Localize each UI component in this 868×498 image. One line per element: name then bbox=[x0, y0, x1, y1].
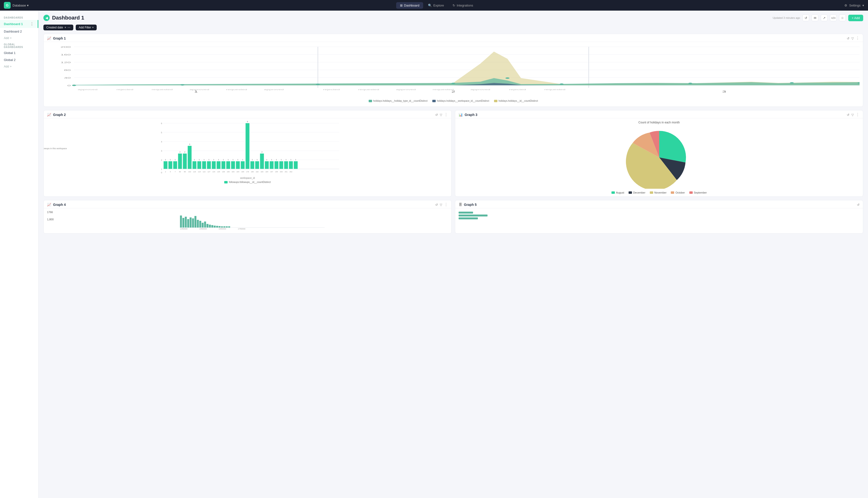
header-actions: Updated 3 minutes ago ↺ ✉ ↗ </> ☆ + Add bbox=[773, 14, 863, 21]
svg-text:rejected: rejected bbox=[116, 89, 133, 91]
svg-text:5: 5 bbox=[161, 131, 162, 134]
graph4-refresh-btn[interactable]: ↺ bbox=[435, 203, 438, 207]
legend-swatch-2 bbox=[432, 100, 436, 102]
sidebar-section-global: GLOBAL DASHBOARDS bbox=[0, 41, 38, 49]
svg-text:3: 3 bbox=[189, 143, 190, 145]
sidebar-add-global[interactable]: Add + bbox=[0, 63, 38, 70]
sidebar-add-dashboard[interactable]: Add + bbox=[0, 35, 38, 41]
svg-text:1: 1 bbox=[194, 90, 198, 93]
legend-swatch-1 bbox=[369, 100, 372, 102]
svg-rect-150 bbox=[204, 222, 206, 227]
svg-text:184: 184 bbox=[265, 171, 268, 173]
share-button[interactable]: ↗ bbox=[821, 14, 828, 21]
add-filter-button[interactable]: Add Filter + bbox=[76, 25, 96, 30]
chip-more-icon[interactable]: ⋯ bbox=[67, 26, 70, 29]
graph2-x-label: workspace_id bbox=[47, 177, 448, 179]
svg-rect-95 bbox=[260, 154, 264, 169]
svg-rect-101 bbox=[275, 161, 278, 169]
graph-grid-4-5: 📈 Graph 4 ↺ ▽ ⋮ 1766 1,800 bbox=[43, 200, 863, 234]
graph5-refresh-btn[interactable]: ↺ bbox=[857, 203, 859, 207]
svg-text:163: 163 bbox=[232, 171, 235, 173]
sidebar-item-global2[interactable]: Global 2 bbox=[0, 56, 38, 63]
svg-rect-71 bbox=[202, 161, 206, 169]
svg-text:200: 200 bbox=[280, 171, 283, 173]
star-button[interactable]: ☆ bbox=[839, 14, 846, 21]
sidebar-item-dashboard1[interactable]: Dashboard 1 ⋮ bbox=[0, 20, 38, 28]
graph4-more-btn[interactable]: ⋮ bbox=[444, 203, 448, 207]
svg-text:1: 1 bbox=[170, 159, 171, 161]
svg-text:197: 197 bbox=[270, 171, 273, 173]
svg-text:5: 5 bbox=[170, 171, 171, 173]
graph3-title: 📊 Graph 3 bbox=[458, 113, 477, 117]
page-title: Dashboard 1 bbox=[52, 15, 84, 21]
svg-text:127: 127 bbox=[208, 171, 210, 173]
graph3-filter-btn[interactable]: ▽ bbox=[851, 113, 854, 117]
svg-text:1: 1 bbox=[237, 159, 238, 161]
svg-text:2: 2 bbox=[161, 159, 162, 161]
pie-swatch-october bbox=[671, 192, 674, 194]
svg-text:requested: requested bbox=[358, 89, 379, 91]
svg-rect-77 bbox=[217, 161, 221, 169]
sidebar-item-dashboard2[interactable]: Dashboard 2 bbox=[0, 28, 38, 35]
svg-rect-59 bbox=[173, 161, 177, 169]
svg-point-21 bbox=[505, 77, 509, 79]
created-date-filter[interactable]: Created date + ⋯ bbox=[43, 25, 73, 30]
graph1-header: 📈 Graph 1 ↺ ▽ ⋮ bbox=[44, 34, 863, 42]
refresh-button[interactable]: ↺ bbox=[802, 14, 809, 21]
page-header: ◀ Dashboard 1 Updated 3 minutes ago ↺ ✉ … bbox=[43, 14, 863, 21]
svg-text:138: 138 bbox=[222, 171, 225, 173]
email-button[interactable]: ✉ bbox=[812, 14, 818, 21]
svg-text:0: 0 bbox=[67, 84, 70, 87]
svg-text:164: 164 bbox=[236, 171, 239, 173]
graph3-actions: ↺ ▽ ⋮ bbox=[847, 113, 859, 117]
graph1-more-btn[interactable]: ⋮ bbox=[856, 36, 859, 40]
svg-rect-63 bbox=[183, 154, 187, 169]
nav-tab-explore[interactable]: 🔍 Explore bbox=[424, 2, 448, 9]
graph2-filter-btn[interactable]: ▽ bbox=[440, 113, 442, 117]
svg-text:1: 1 bbox=[161, 168, 162, 170]
svg-text:approved: approved bbox=[264, 89, 284, 91]
dashboard-icon: ⊞ bbox=[400, 4, 403, 7]
svg-rect-83 bbox=[231, 161, 235, 169]
pie-legend-october: October bbox=[671, 191, 685, 194]
graph3-chart-icon: 📊 bbox=[458, 113, 463, 117]
graph2-refresh-btn[interactable]: ↺ bbox=[435, 113, 438, 117]
code-button[interactable]: </> bbox=[830, 14, 837, 21]
svg-rect-61 bbox=[178, 154, 182, 169]
graph3-refresh-btn[interactable]: ↺ bbox=[847, 113, 850, 117]
svg-rect-155 bbox=[216, 226, 218, 227]
svg-text:1: 1 bbox=[165, 159, 166, 161]
pie-legend-august: August bbox=[611, 191, 624, 194]
svg-rect-144 bbox=[190, 218, 192, 227]
graph1-refresh-btn[interactable]: ↺ bbox=[847, 37, 850, 40]
graph1-filter-btn[interactable]: ▽ bbox=[851, 37, 854, 40]
more-icon[interactable]: ⋮ bbox=[30, 22, 34, 26]
nav-tab-dashboard[interactable]: ⊞ Dashboard bbox=[396, 2, 423, 9]
svg-marker-14 bbox=[74, 52, 859, 85]
sidebar-item-global1[interactable]: Global 1 bbox=[0, 49, 38, 56]
graph3-more-btn[interactable]: ⋮ bbox=[856, 113, 859, 117]
svg-point-20 bbox=[451, 83, 455, 84]
svg-rect-107 bbox=[289, 161, 293, 169]
nav-tab-integrations[interactable]: ↻ Integrations bbox=[449, 2, 477, 9]
back-button[interactable]: ◀ bbox=[43, 15, 50, 21]
graph5-bar-2 bbox=[458, 214, 488, 217]
graph3-pie-svg bbox=[625, 126, 693, 189]
graph5-title: 🗄 Graph 5 bbox=[458, 203, 477, 207]
svg-text:2: 2 bbox=[261, 151, 262, 153]
svg-text:102: 102 bbox=[188, 171, 191, 173]
svg-text:2: 2 bbox=[179, 151, 181, 153]
graph2-more-btn[interactable]: ⋮ bbox=[444, 113, 448, 117]
graph1-chart-area: 200 160 120 80 40 0 bbox=[44, 42, 863, 106]
svg-text:1: 1 bbox=[228, 159, 229, 161]
add-button[interactable]: + Add bbox=[848, 15, 863, 21]
db-selector[interactable]: Database ▾ bbox=[13, 4, 29, 7]
svg-point-23 bbox=[688, 83, 692, 84]
graph4-filter-btn[interactable]: ▽ bbox=[440, 203, 442, 207]
svg-text:201: 201 bbox=[285, 171, 288, 173]
pie-swatch-november bbox=[650, 192, 653, 194]
svg-text:1: 1 bbox=[223, 159, 224, 161]
svg-text:6: 6 bbox=[247, 121, 248, 123]
graph-grid-2-3: 📈 Graph 2 ↺ ▽ ⋮ total active followups i… bbox=[43, 110, 863, 197]
svg-text:1: 1 bbox=[295, 159, 296, 161]
